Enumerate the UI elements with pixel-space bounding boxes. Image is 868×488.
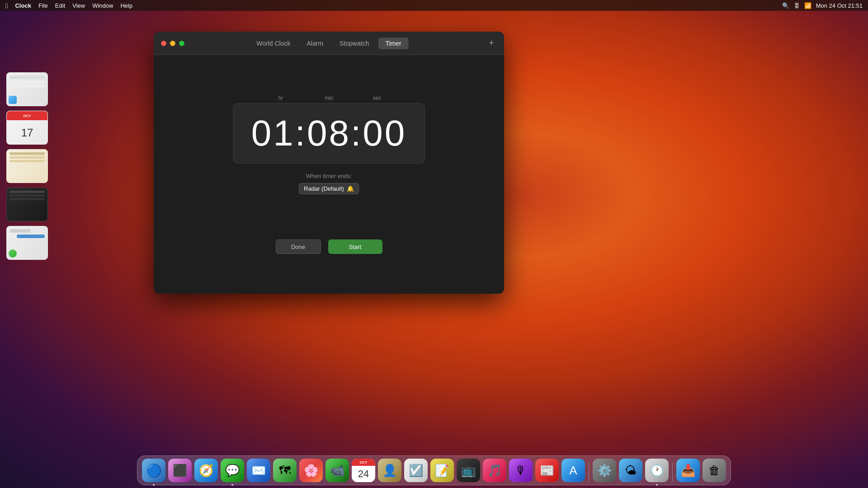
dock-clock[interactable]: 🕐	[645, 459, 669, 482]
clock-datetime[interactable]: Mon 24 Oct 21:51	[816, 2, 863, 9]
dock-maps[interactable]: 🗺	[273, 459, 297, 482]
traffic-lights	[161, 41, 184, 46]
dock-divider-2	[672, 462, 673, 482]
add-button[interactable]: +	[486, 38, 497, 49]
sound-selector[interactable]: Radar (Default) 🔔	[299, 183, 359, 194]
thumbnail-dark[interactable]	[6, 188, 48, 221]
dock-appletv[interactable]: 📺	[457, 459, 480, 482]
menubar-help[interactable]: Help	[120, 2, 132, 9]
dock: 🔵 ⬛ 🧭 💬 ✉️ 🗺 🌸 📹	[137, 455, 731, 485]
title-bar: World Clock Alarm Stopwatch Timer +	[154, 32, 504, 55]
min-label: min	[305, 95, 353, 101]
dock-finder[interactable]: 🔵	[142, 459, 165, 482]
tab-alarm[interactable]: Alarm	[300, 38, 331, 49]
search-icon[interactable]: 🔍	[782, 2, 789, 9]
dock-weather[interactable]: 🌤	[619, 459, 642, 482]
dock-facetime[interactable]: 📹	[326, 459, 349, 482]
dock-contacts[interactable]: 👤	[378, 459, 401, 482]
timer-display[interactable]: 01:08:00	[233, 103, 425, 164]
thumbnail-notes[interactable]	[6, 149, 48, 183]
thumbnail-calendar[interactable]: OCT 17	[6, 111, 48, 145]
dock-appstore[interactable]: A	[561, 459, 585, 482]
dock-calendar[interactable]: OCT 24	[352, 459, 375, 482]
sound-name: Radar (Default)	[304, 185, 344, 192]
dock-messages[interactable]: 💬	[221, 459, 244, 482]
dock-divider	[589, 462, 589, 482]
dock-mail[interactable]: ✉️	[247, 459, 270, 482]
dock-syspreferences[interactable]: ⚙️	[593, 459, 616, 482]
menubar-edit[interactable]: Edit	[55, 2, 65, 9]
when-timer-ends-label: When timer ends:	[306, 173, 352, 179]
dock-podcasts[interactable]: 🎙	[509, 459, 533, 482]
dock-airdrop[interactable]: 📥	[676, 459, 700, 482]
dock-notes[interactable]: 📝	[430, 459, 454, 482]
controlcenter-icon[interactable]: 🎛	[794, 2, 800, 9]
sec-label: sec	[353, 95, 401, 101]
desktop:  Clock File Edit View Window Help 🔍 🎛 📶…	[0, 0, 868, 488]
thumbnail-message[interactable]	[6, 226, 48, 260]
timer-content: hr min sec 01:08:00 When timer ends: Rad…	[154, 55, 504, 294]
dock-reminders[interactable]: ☑️	[404, 459, 428, 482]
tab-world-clock[interactable]: World Clock	[249, 38, 297, 49]
sound-emoji: 🔔	[347, 185, 354, 192]
thumbnail-safari[interactable]	[6, 72, 48, 106]
hr-label: hr	[257, 95, 305, 101]
start-button[interactable]: Start	[328, 239, 382, 254]
wifi-icon[interactable]: 📶	[804, 2, 811, 9]
menubar-window[interactable]: Window	[92, 2, 113, 9]
maximize-button[interactable]	[179, 41, 184, 46]
dock-launchpad[interactable]: ⬛	[168, 459, 192, 482]
apple-menu[interactable]: 	[5, 2, 8, 9]
dock-news[interactable]: 📰	[535, 459, 559, 482]
done-button[interactable]: Done	[276, 239, 321, 254]
desktop-thumbnails: OCT 17	[6, 72, 48, 260]
dock-music[interactable]: 🎵	[483, 459, 506, 482]
clock-window: World Clock Alarm Stopwatch Timer + hr m…	[154, 32, 504, 294]
button-row: Done Start	[276, 239, 382, 254]
tab-timer[interactable]: Timer	[378, 38, 408, 49]
menubar:  Clock File Edit View Window Help 🔍 🎛 📶…	[0, 0, 868, 11]
dock-trash[interactable]: 🗑	[703, 459, 726, 482]
timer-digits: 01:08:00	[251, 113, 406, 154]
menubar-view[interactable]: View	[72, 2, 85, 9]
tab-bar: World Clock Alarm Stopwatch Timer	[249, 38, 408, 49]
tab-stopwatch[interactable]: Stopwatch	[332, 38, 376, 49]
menubar-left:  Clock File Edit View Window Help	[5, 2, 132, 9]
dock-safari[interactable]: 🧭	[194, 459, 218, 482]
close-button[interactable]	[161, 41, 166, 46]
menubar-right: 🔍 🎛 📶 Mon 24 Oct 21:51	[782, 2, 863, 9]
minimize-button[interactable]	[170, 41, 175, 46]
dock-photos[interactable]: 🌸	[299, 459, 323, 482]
menubar-file[interactable]: File	[38, 2, 48, 9]
menubar-app-name[interactable]: Clock	[15, 2, 31, 9]
time-labels: hr min sec	[257, 95, 401, 101]
